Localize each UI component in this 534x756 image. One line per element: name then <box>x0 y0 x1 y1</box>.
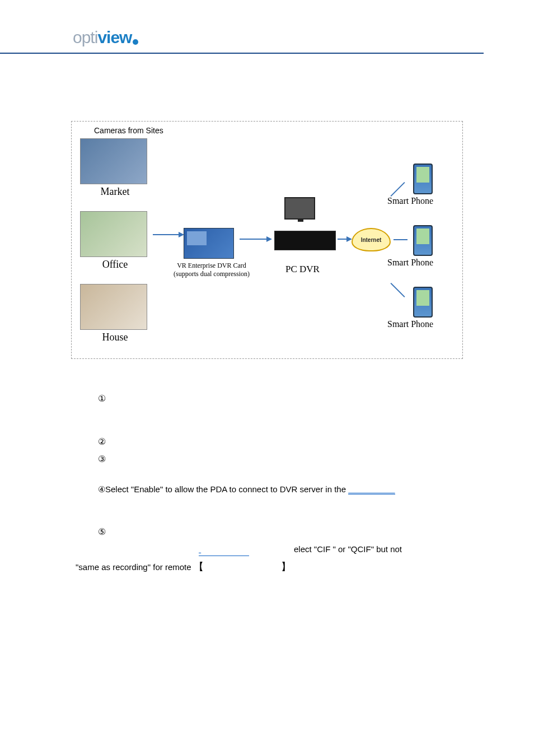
brand-logo: optiview <box>73 28 484 47</box>
arrow-pc-to-cloud <box>338 239 348 240</box>
internet-cloud-icon: Internet <box>352 228 391 251</box>
smart-phone-3-label: Smart Phone <box>387 319 433 329</box>
pc-dvr-monitor-icon <box>284 197 315 220</box>
pc-dvr-label: PC DVR <box>285 264 320 275</box>
arrow-card-to-pc <box>240 239 268 240</box>
elect-text: elect "CIF " or "QCIF" but not <box>294 543 402 556</box>
camera-office-label: Office <box>80 259 150 270</box>
step-5-marker: ⑤ <box>98 525 109 539</box>
bracket-close: 】 <box>281 561 291 572</box>
logo-text-1: opti <box>73 28 97 46</box>
dvr-card-title: VR Enterprise DVR Card <box>177 262 246 269</box>
step-1-marker: ① <box>98 392 109 406</box>
camera-office-image <box>80 211 147 257</box>
logo-dot-icon <box>133 39 138 45</box>
camera-market-image <box>80 138 147 184</box>
smart-phone-1-label: Smart Phone <box>387 196 433 206</box>
smart-phone-2-label: Smart Phone <box>387 258 433 268</box>
dvr-card-label: VR Enterprise DVR Card (supports dual co… <box>170 262 254 278</box>
instruction-content: ① ② ③ ④Select "Enable" to allow the PDA … <box>76 392 461 578</box>
inline-link-blank[interactable] <box>199 543 249 556</box>
arrow-cloud-to-phone-1 <box>390 182 405 197</box>
step-2-marker: ② <box>98 435 109 449</box>
smart-phone-2-icon <box>413 225 433 256</box>
step-4-text: ④Select "Enable" to allow the PDA to con… <box>98 484 348 494</box>
dvr-card-sub: (supports dual compression) <box>174 270 250 278</box>
diagram-heading: Cameras from Sites <box>94 126 163 135</box>
camera-site-market: Market <box>80 138 150 198</box>
step-3-marker: ③ <box>98 452 109 466</box>
same-as-recording-text: "same as recording" for remote <box>76 562 194 572</box>
step-4-link[interactable] <box>348 484 395 494</box>
smart-phone-1-icon <box>413 164 433 194</box>
system-diagram: Cameras from Sites Market Office House V… <box>71 121 463 359</box>
camera-house-label: House <box>80 332 150 343</box>
internet-label: Internet <box>361 237 382 243</box>
arrow-cloud-to-phone-3 <box>390 283 405 297</box>
page-header: optiview <box>0 0 484 54</box>
arrow-cloud-to-phone-2 <box>394 239 407 240</box>
camera-house-image <box>80 284 147 330</box>
arrow-cam-to-card <box>153 234 180 235</box>
camera-market-label: Market <box>80 186 150 198</box>
camera-site-house: House <box>80 284 150 343</box>
logo-text-2: view <box>97 28 132 46</box>
smart-phone-3-icon <box>413 287 433 318</box>
pc-dvr-chassis-icon <box>274 231 336 250</box>
camera-site-office: Office <box>80 211 150 270</box>
bracket-open: 【 <box>194 561 204 572</box>
dvr-card-image <box>184 228 234 259</box>
